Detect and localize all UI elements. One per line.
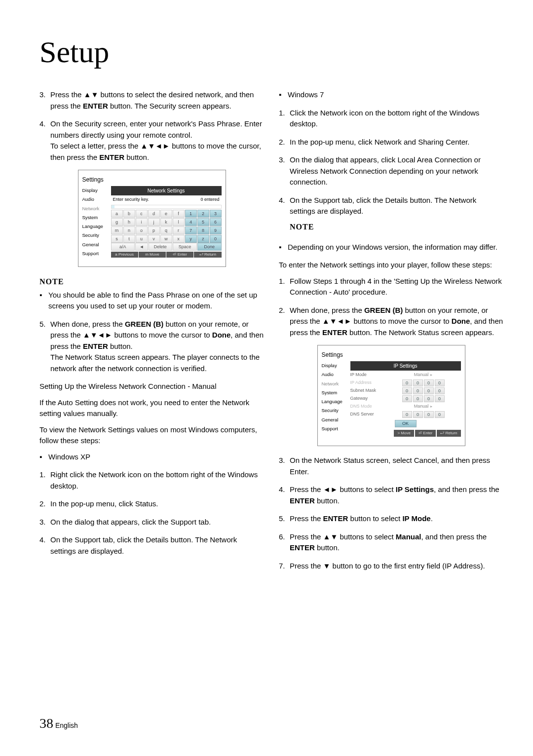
key: 0 [210,235,222,243]
key: a/A [111,243,135,251]
t: On the Support tab, click the Details bu… [290,195,503,235]
t: , and then press the [421,532,487,541]
key: v [148,235,160,243]
key: w [160,235,172,243]
key: b [123,210,135,218]
ip-octet: 0 [424,395,434,402]
t: Press the ◄► buttons to select IP Settin… [290,484,503,506]
kb-row: abcdef123 [111,210,222,218]
key: 3 [210,210,222,218]
key: x [173,235,185,243]
num: 2. [39,498,50,510]
note-label: NOTE [39,276,264,288]
ip-octet: 0 [435,387,445,394]
ip-row: Gateway0000 [350,395,461,403]
ip-octet: 0 [424,379,434,386]
ip-octet: 0 [413,387,423,394]
e6: 6.Press the ▲▼ buttons to select Manual,… [279,531,503,554]
win7-head: ▪Windows 7 [279,89,503,101]
key: t [123,235,135,243]
menu-item: Language [322,398,350,405]
ip-row: Subnet Mask0000 [350,387,461,395]
t: Press the ▲▼ buttons to select [290,532,396,541]
num: 6. [279,531,290,554]
fig-sidebar: DisplayAudioNetworkSystemLanguageSecurit… [82,186,111,258]
key: k [160,218,172,226]
t: button. [110,342,133,350]
num: 7. [279,561,290,572]
fig-title: Settings [322,350,461,359]
menu-item: Security [322,407,350,414]
ok-button: OK [395,420,417,427]
num: 1. [279,108,290,130]
para: If the Auto Setting does not work, you n… [39,397,264,419]
key: 2 [197,210,209,218]
ip-octet: 0 [402,379,412,386]
key: e [160,210,172,218]
ip-octet: 0 [424,387,434,394]
t: Press the [290,514,323,523]
note-bullet: ▪Depending on your Windows version, the … [279,242,503,253]
t: On the Network Status screen, select Can… [290,455,503,477]
step-4: 4. On the Security screen, enter your ne… [39,118,264,163]
ip-label: IP Mode [350,372,386,378]
bullet-icon: ▪ [39,290,48,312]
t: Windows 7 [288,89,324,101]
bullet-icon: ▪ [279,242,288,253]
t: Windows XP [48,452,90,463]
ip-label: DNS Mode [350,403,386,410]
t: Follow Steps 1 through 4 in the 'Setting… [290,276,503,298]
left-column: 3. Press the ▲▼ buttons to select the de… [39,89,264,578]
e3: 3.On the Network Status screen, select C… [279,455,503,477]
para: To view the Network Settings values on m… [39,424,264,447]
num: 1. [39,469,50,491]
t: button. [317,543,340,552]
kw: GREEN (B) [364,306,405,314]
key: r [173,227,185,234]
num: 3. [279,154,290,188]
key: m [111,227,123,234]
ip-octet: 0 [424,411,434,418]
footer-lang: English [55,721,78,729]
e7: 7.Press the ▼ button to go to the first … [279,561,503,572]
hint: ⏎ Enter [415,430,436,437]
menu-item: Language [82,223,111,230]
ip-value: 0000 [386,379,461,386]
step-5: 5. When done, press the GREEN (B) button… [39,319,264,375]
key: 5 [197,218,209,226]
ip-row: IP ModeManual▸ [350,371,461,379]
menu-item: Support [82,250,111,257]
t: When done, press the GREEN (B) button on… [290,305,503,339]
key: l [173,218,185,226]
num: 4. [279,484,290,506]
kw: IP Mode [402,514,430,523]
key: s [111,235,123,243]
t: Press the ▼ button to go to the first en… [290,561,503,572]
win-xp-head: ▪Windows XP [39,452,264,463]
menu-item: General [322,416,350,423]
text: On the Security screen, enter your netwo… [50,118,264,163]
key-meta: Enter security key.0 entered [111,195,222,204]
key: o [136,227,148,234]
kw: Manual [396,532,421,541]
hint-bar: a Previousm Move⏎ Enter⮐ Return [111,252,222,258]
key: d [148,210,160,218]
w7-2: 2.In the pop-up menu, click Network and … [279,137,503,148]
key: 9 [210,227,222,234]
e5: 5.Press the ENTER button to select IP Mo… [279,513,503,525]
fig-main: IP Settings IP ModeManual▸IP Address0000… [350,361,461,437]
fig-main: Network Settings Enter security key.0 en… [111,186,222,258]
kw: IP Settings [396,485,434,493]
hint: a Previous [111,252,138,258]
kw: ENTER [99,153,126,161]
ip-octet: 0 [435,411,445,418]
w7-1: 1.Click the Network icon on the bottom r… [279,108,503,130]
key: q [160,227,172,234]
p: On the Security screen, enter your netwo… [50,118,264,141]
t: button. The Network Status screen appear… [349,328,494,337]
ip-value: 0000 [386,411,461,418]
key: 6 [210,218,222,226]
num: 5. [39,319,50,375]
menu-item: General [82,241,111,248]
xp-4: 4.On the Support tab, click the Details … [39,534,264,557]
